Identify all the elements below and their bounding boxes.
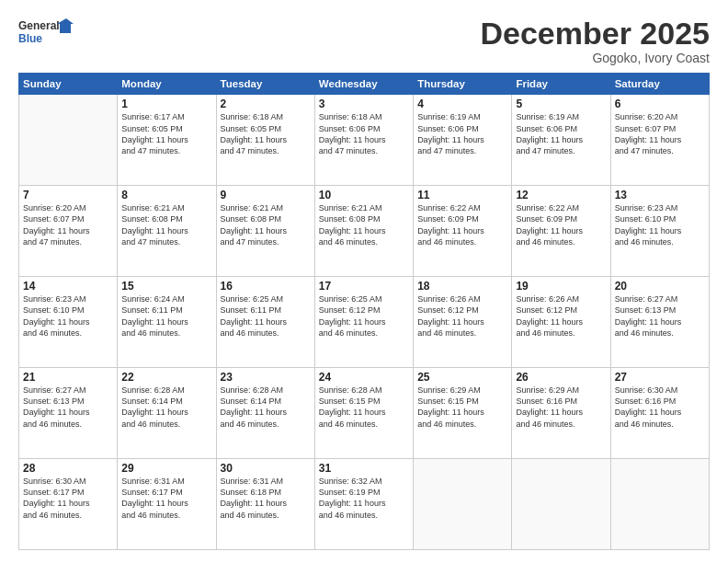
day-info: Sunrise: 6:26 AM Sunset: 6:12 PM Dayligh… [516,293,606,339]
day-info: Sunrise: 6:21 AM Sunset: 6:08 PM Dayligh… [319,202,409,247]
day-number: 25 [417,371,507,384]
month-title: December 2025 [480,17,710,51]
day-info: Sunrise: 6:27 AM Sunset: 6:13 PM Dayligh… [615,293,705,339]
table-row: 26Sunrise: 6:29 AM Sunset: 6:16 PM Dayli… [512,368,610,459]
page: General Blue December 2025 Gogoko, Ivory… [0,0,728,563]
day-info: Sunrise: 6:24 AM Sunset: 6:11 PM Dayligh… [121,293,211,339]
day-number: 29 [121,462,211,475]
table-row: 30Sunrise: 6:31 AM Sunset: 6:18 PM Dayli… [216,459,314,550]
col-sunday: Sunday [19,74,118,95]
day-info: Sunrise: 6:26 AM Sunset: 6:12 PM Dayligh… [417,293,507,339]
day-number: 31 [319,462,409,475]
table-row: 5Sunrise: 6:19 AM Sunset: 6:06 PM Daylig… [512,95,610,186]
day-info: Sunrise: 6:25 AM Sunset: 6:12 PM Dayligh… [319,293,409,339]
col-tuesday: Tuesday [216,74,314,95]
day-info: Sunrise: 6:31 AM Sunset: 6:17 PM Dayligh… [121,476,211,521]
day-number: 20 [615,280,705,293]
day-number: 12 [516,189,606,201]
calendar-week-row: 7Sunrise: 6:20 AM Sunset: 6:07 PM Daylig… [19,186,710,277]
day-number: 10 [319,189,409,201]
table-row: 9Sunrise: 6:21 AM Sunset: 6:08 PM Daylig… [216,186,314,277]
table-row: 7Sunrise: 6:20 AM Sunset: 6:07 PM Daylig… [19,186,118,277]
logo: General Blue [18,17,74,50]
day-number: 7 [23,189,113,201]
table-row: 13Sunrise: 6:23 AM Sunset: 6:10 PM Dayli… [610,186,709,277]
day-number: 24 [319,371,409,384]
day-number: 6 [615,98,705,110]
day-number: 1 [121,98,211,110]
table-row: 8Sunrise: 6:21 AM Sunset: 6:08 PM Daylig… [118,186,216,277]
day-info: Sunrise: 6:27 AM Sunset: 6:13 PM Dayligh… [23,385,113,430]
title-area: December 2025 Gogoko, Ivory Coast [480,17,710,65]
day-info: Sunrise: 6:28 AM Sunset: 6:15 PM Dayligh… [319,385,409,430]
day-number: 4 [417,98,507,110]
day-number: 30 [221,462,311,475]
day-number: 27 [615,371,705,384]
col-monday: Monday [118,74,216,95]
day-info: Sunrise: 6:30 AM Sunset: 6:17 PM Dayligh… [23,476,113,521]
table-row: 18Sunrise: 6:26 AM Sunset: 6:12 PM Dayli… [414,277,512,368]
table-row: 28Sunrise: 6:30 AM Sunset: 6:17 PM Dayli… [19,459,118,550]
table-row: 2Sunrise: 6:18 AM Sunset: 6:05 PM Daylig… [216,95,314,186]
svg-text:General: General [18,19,60,32]
table-row: 15Sunrise: 6:24 AM Sunset: 6:11 PM Dayli… [118,277,216,368]
day-info: Sunrise: 6:19 AM Sunset: 6:06 PM Dayligh… [516,111,606,156]
day-number: 2 [221,98,311,110]
day-number: 28 [23,462,113,475]
svg-text:Blue: Blue [18,32,42,45]
table-row: 6Sunrise: 6:20 AM Sunset: 6:07 PM Daylig… [610,95,709,186]
table-row [610,459,709,550]
subtitle: Gogoko, Ivory Coast [480,51,710,65]
day-number: 21 [23,371,113,384]
day-number: 26 [516,371,606,384]
table-row: 24Sunrise: 6:28 AM Sunset: 6:15 PM Dayli… [314,368,413,459]
day-info: Sunrise: 6:29 AM Sunset: 6:16 PM Dayligh… [516,385,606,430]
calendar-week-row: 14Sunrise: 6:23 AM Sunset: 6:10 PM Dayli… [19,277,710,368]
calendar-week-row: 28Sunrise: 6:30 AM Sunset: 6:17 PM Dayli… [19,459,710,550]
table-row: 3Sunrise: 6:18 AM Sunset: 6:06 PM Daylig… [314,95,413,186]
table-row [512,459,610,550]
day-info: Sunrise: 6:31 AM Sunset: 6:18 PM Dayligh… [221,476,311,521]
day-number: 14 [23,280,113,293]
header: General Blue December 2025 Gogoko, Ivory… [18,17,710,65]
day-info: Sunrise: 6:22 AM Sunset: 6:09 PM Dayligh… [417,202,507,247]
day-info: Sunrise: 6:18 AM Sunset: 6:05 PM Dayligh… [221,111,311,156]
table-row: 27Sunrise: 6:30 AM Sunset: 6:16 PM Dayli… [610,368,709,459]
table-row: 23Sunrise: 6:28 AM Sunset: 6:14 PM Dayli… [216,368,314,459]
day-info: Sunrise: 6:20 AM Sunset: 6:07 PM Dayligh… [23,202,113,247]
day-info: Sunrise: 6:21 AM Sunset: 6:08 PM Dayligh… [121,202,211,247]
table-row: 11Sunrise: 6:22 AM Sunset: 6:09 PM Dayli… [414,186,512,277]
table-row: 10Sunrise: 6:21 AM Sunset: 6:08 PM Dayli… [314,186,413,277]
day-info: Sunrise: 6:23 AM Sunset: 6:10 PM Dayligh… [615,202,705,247]
day-number: 15 [121,280,211,293]
table-row: 29Sunrise: 6:31 AM Sunset: 6:17 PM Dayli… [118,459,216,550]
table-row: 25Sunrise: 6:29 AM Sunset: 6:15 PM Dayli… [414,368,512,459]
col-thursday: Thursday [414,74,512,95]
day-info: Sunrise: 6:28 AM Sunset: 6:14 PM Dayligh… [221,385,311,430]
col-saturday: Saturday [610,74,709,95]
day-info: Sunrise: 6:23 AM Sunset: 6:10 PM Dayligh… [23,293,113,339]
day-info: Sunrise: 6:30 AM Sunset: 6:16 PM Dayligh… [615,385,705,430]
table-row: 20Sunrise: 6:27 AM Sunset: 6:13 PM Dayli… [610,277,709,368]
col-wednesday: Wednesday [314,74,413,95]
day-number: 5 [516,98,606,110]
day-info: Sunrise: 6:20 AM Sunset: 6:07 PM Dayligh… [615,111,705,156]
table-row: 14Sunrise: 6:23 AM Sunset: 6:10 PM Dayli… [19,277,118,368]
day-info: Sunrise: 6:32 AM Sunset: 6:19 PM Dayligh… [319,476,409,521]
day-number: 22 [121,371,211,384]
table-row [19,95,118,186]
table-row: 31Sunrise: 6:32 AM Sunset: 6:19 PM Dayli… [314,459,413,550]
day-number: 11 [417,189,507,201]
day-number: 18 [417,280,507,293]
calendar-week-row: 21Sunrise: 6:27 AM Sunset: 6:13 PM Dayli… [19,368,710,459]
table-row: 4Sunrise: 6:19 AM Sunset: 6:06 PM Daylig… [414,95,512,186]
day-number: 23 [221,371,311,384]
day-number: 8 [121,189,211,201]
day-info: Sunrise: 6:18 AM Sunset: 6:06 PM Dayligh… [319,111,409,156]
day-info: Sunrise: 6:28 AM Sunset: 6:14 PM Dayligh… [121,385,211,430]
day-info: Sunrise: 6:25 AM Sunset: 6:11 PM Dayligh… [221,293,311,339]
day-number: 9 [221,189,311,201]
table-row: 1Sunrise: 6:17 AM Sunset: 6:05 PM Daylig… [118,95,216,186]
table-row: 21Sunrise: 6:27 AM Sunset: 6:13 PM Dayli… [19,368,118,459]
day-info: Sunrise: 6:22 AM Sunset: 6:09 PM Dayligh… [516,202,606,247]
